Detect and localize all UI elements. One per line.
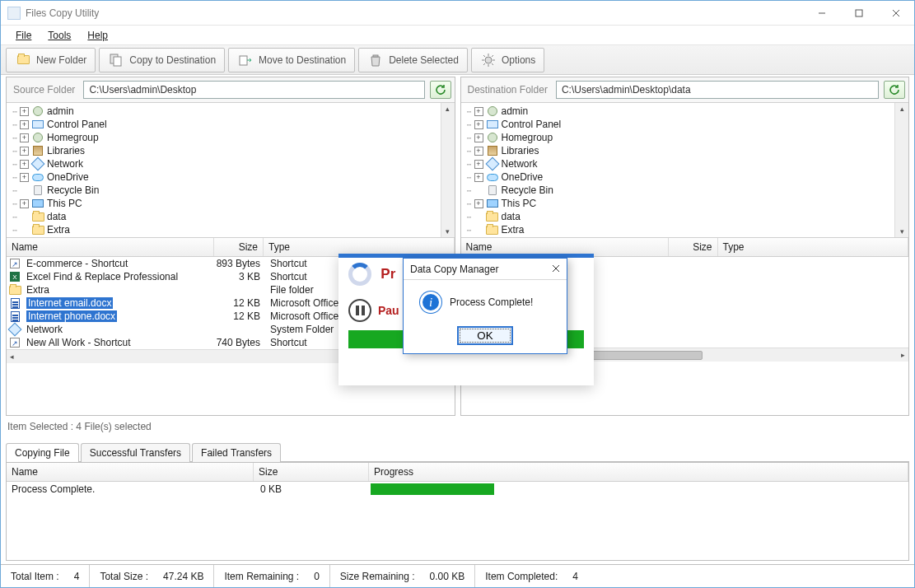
tree-node[interactable]: ⋯data (10, 210, 455, 223)
pc-icon (486, 198, 499, 209)
expand-toggle[interactable]: + (20, 133, 29, 142)
tree-node-label: admin (47, 105, 74, 117)
copy-col-size[interactable]: Size (254, 463, 369, 481)
copy-row-size: 0 KB (255, 483, 371, 495)
scroll-down-icon: ▾ (446, 226, 450, 237)
minimize-button[interactable] (803, 1, 840, 25)
expand-toggle[interactable]: + (20, 107, 29, 116)
expand-toggle[interactable]: + (474, 120, 483, 129)
user-icon (486, 132, 499, 143)
move-to-dest-button[interactable]: Move to Destination (228, 48, 355, 72)
copy-col-progress[interactable]: Progress (369, 463, 908, 481)
spinner-icon (348, 263, 371, 286)
col-size[interactable]: Size (669, 238, 718, 256)
tree-node[interactable]: ⋯+Libraries (10, 144, 455, 157)
tree-node[interactable]: ⋯+This PC (10, 197, 455, 210)
dest-tree-vscroll[interactable]: ▴▾ (894, 103, 908, 237)
options-button[interactable]: Options (471, 48, 544, 72)
tree-node[interactable]: ⋯+Network (10, 157, 455, 170)
item-completed-value: 4 (572, 571, 578, 582)
menu-file[interactable]: File (9, 27, 38, 44)
tree-node-label: OneDrive (502, 171, 544, 183)
expand-toggle[interactable]: + (474, 160, 483, 169)
maximize-button[interactable] (840, 1, 877, 25)
source-tree[interactable]: ⋯+admin⋯+Control Panel⋯+Homegroup⋯+Libra… (7, 103, 455, 238)
copy-row: Process Complete. 0 KB (7, 482, 908, 497)
tree-connector: ⋯ (465, 147, 474, 156)
tree-node[interactable]: ⋯Extra (10, 223, 455, 236)
tree-node[interactable]: ⋯+Control Panel (10, 118, 455, 131)
tree-node[interactable]: ⋯+Libraries (465, 144, 909, 157)
tree-node-label: Extra (47, 224, 70, 236)
source-refresh-button[interactable] (430, 81, 451, 99)
tree-node[interactable]: ⋯+Network (465, 157, 909, 170)
source-tree-vscroll[interactable]: ▴▾ (441, 103, 455, 237)
close-button[interactable] (877, 1, 914, 25)
tree-node[interactable]: ⋯+OneDrive (465, 170, 909, 184)
app-window: Files Copy Utility File Tools Help New F… (0, 0, 915, 588)
copy-col-name[interactable]: Name (7, 463, 254, 481)
source-path-input[interactable]: C:\Users\admin\Desktop (83, 81, 424, 99)
tab-successful[interactable]: Successful Transfers (81, 443, 190, 462)
tree-node[interactable]: ⋯+This PC (465, 197, 909, 210)
delete-selected-button[interactable]: Delete Selected (358, 48, 468, 72)
tree-node[interactable]: ⋯+Control Panel (465, 118, 909, 131)
tree-connector: ⋯ (10, 133, 20, 142)
tab-copying[interactable]: Copying File (6, 443, 79, 462)
net-icon (486, 158, 499, 170)
pause-icon (356, 306, 365, 315)
menu-help[interactable]: Help (81, 27, 114, 44)
expand-toggle[interactable]: + (474, 199, 483, 208)
tree-connector: ⋯ (465, 199, 474, 208)
dialog-close-button[interactable] (552, 264, 560, 275)
dest-path-input[interactable]: C:\Users\admin\Desktop\data (556, 81, 879, 99)
tree-node-label: Control Panel (47, 119, 107, 130)
dest-pathrow: Destination Folder C:\Users\admin\Deskto… (461, 77, 909, 103)
dest-refresh-button[interactable] (884, 81, 905, 99)
col-size[interactable]: Size (214, 238, 264, 256)
expand-toggle[interactable]: + (20, 160, 29, 169)
total-size-label: Total Size : (100, 571, 148, 582)
expand-toggle[interactable]: + (474, 147, 483, 156)
dialog-message: Process Complete! (450, 296, 533, 308)
tree-node[interactable]: ⋯+admin (465, 105, 909, 118)
file-name: Excel Find & Replace Professional (26, 271, 178, 282)
expand-toggle[interactable]: + (20, 120, 29, 129)
tab-failed[interactable]: Failed Transfers (192, 443, 281, 462)
copy-to-dest-button[interactable]: Copy to Destination (99, 48, 225, 72)
user-icon (31, 105, 44, 117)
expand-toggle[interactable]: + (20, 147, 29, 156)
pause-button[interactable] (348, 299, 371, 322)
col-name[interactable]: Name (7, 238, 214, 256)
expand-toggle[interactable]: + (474, 107, 483, 116)
menu-tools[interactable]: Tools (41, 27, 77, 44)
cp-icon (31, 119, 44, 130)
expand-toggle (20, 226, 29, 235)
tree-node-label: Homegroup (47, 132, 99, 143)
tree-node[interactable]: ⋯+OneDrive (10, 170, 455, 184)
tree-connector: ⋯ (465, 133, 474, 142)
item-completed-label: Item Completed: (485, 571, 558, 582)
tree-node[interactable]: ⋯+Homegroup (10, 131, 455, 144)
copy-header: Name Size Progress (7, 463, 908, 482)
trash-icon (367, 52, 384, 68)
ok-button[interactable]: OK (457, 326, 512, 345)
tree-node[interactable]: ⋯+admin (10, 105, 455, 118)
tree-node[interactable]: ⋯Recycle Bin (10, 184, 455, 197)
folder-icon (8, 284, 21, 296)
expand-toggle[interactable]: + (474, 133, 483, 142)
col-type[interactable]: Type (718, 238, 909, 256)
tree-node[interactable]: ⋯+Homegroup (465, 131, 909, 144)
expand-toggle[interactable]: + (474, 173, 483, 182)
expand-toggle (20, 212, 29, 222)
new-folder-button[interactable]: New Folder (6, 48, 96, 72)
tree-node[interactable]: ⋯Recycle Bin (465, 184, 909, 197)
user-icon (31, 132, 44, 143)
dest-tree[interactable]: ⋯+admin⋯+Control Panel⋯+Homegroup⋯+Libra… (461, 103, 909, 238)
tree-node[interactable]: ⋯Extra (465, 223, 909, 236)
tree-node[interactable]: ⋯data (465, 210, 909, 223)
expand-toggle[interactable]: + (20, 199, 29, 208)
expand-toggle[interactable]: + (20, 173, 29, 182)
file-size: 893 Bytes (216, 258, 265, 269)
net-icon (31, 158, 44, 170)
